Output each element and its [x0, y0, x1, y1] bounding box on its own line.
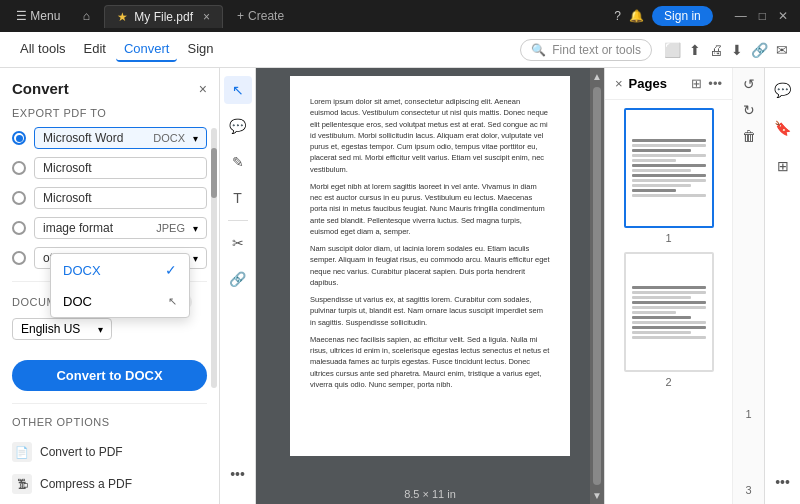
convert-button[interactable]: Convert to DOCX: [12, 360, 207, 391]
line: [632, 336, 706, 339]
page-1-label: 1: [665, 232, 671, 244]
minimize-button[interactable]: —: [735, 9, 747, 23]
radio-word[interactable]: [12, 131, 26, 145]
email-icon[interactable]: ✉: [776, 42, 788, 58]
create-label: Create: [248, 9, 284, 23]
home-icon[interactable]: ⌂: [74, 4, 98, 28]
line: [632, 321, 706, 324]
more-tools[interactable]: •••: [224, 460, 252, 496]
page-thumb-1[interactable]: 1: [613, 108, 724, 244]
vertical-scrollbar[interactable]: ▲ ▼: [590, 68, 604, 504]
line: [632, 189, 676, 192]
export-label: EXPORT PDF TO: [12, 107, 207, 119]
dropdown-doc[interactable]: DOC ↖: [51, 286, 189, 317]
line: [632, 139, 706, 142]
page-thumb-2[interactable]: 2: [613, 252, 724, 388]
select-tool[interactable]: ↖: [224, 76, 252, 104]
pages-sidebar-icons: ↺ ↻ 🗑 1 3: [732, 68, 764, 504]
image-dropdown[interactable]: image format JPEG ▾: [34, 217, 207, 239]
ppt-dropdown[interactable]: Microsoft: [34, 187, 207, 209]
word-label: Microsoft Word: [43, 131, 149, 145]
toolbar: All tools Edit Convert Sign 🔍 Find text …: [0, 32, 800, 68]
rotate-right-icon[interactable]: ↺: [743, 76, 755, 92]
notification-icon[interactable]: 🔔: [629, 9, 644, 23]
comment-tool[interactable]: 💬: [224, 112, 252, 140]
dropdown-docx[interactable]: DOCX ✓: [51, 254, 189, 286]
line: [632, 286, 706, 289]
format-dropdown-popup: DOCX ✓ DOC ↖: [50, 253, 190, 318]
comment-panel-icon[interactable]: 💬: [769, 76, 797, 104]
word-dropdown[interactable]: Microsoft Word DOCX ▾: [34, 127, 207, 149]
image-ext: JPEG: [156, 222, 185, 234]
file-tab[interactable]: ★ My File.pdf ×: [104, 5, 223, 28]
help-icon[interactable]: ?: [614, 9, 621, 23]
menu-convert[interactable]: Convert: [116, 37, 178, 62]
convert-close-button[interactable]: ×: [199, 81, 207, 97]
scan-ocr-option[interactable]: ⬜ Scan & OCR: [12, 500, 207, 504]
pdf-paragraph-2: Morbi eget nibh at lorem sagittis laoree…: [310, 181, 550, 237]
scroll-up-arrow[interactable]: ▲: [592, 68, 602, 85]
format-option-ppt[interactable]: Microsoft: [12, 187, 207, 209]
line: [632, 291, 706, 294]
crop-tool[interactable]: ✂: [224, 229, 252, 257]
pages-list: 1: [605, 100, 732, 504]
excel-dropdown[interactable]: Microsoft: [34, 157, 207, 179]
format-option-word[interactable]: Microsoft Word DOCX ▾: [12, 127, 207, 149]
delete-page-icon[interactable]: 🗑: [742, 128, 756, 144]
page-num-3: 3: [745, 484, 751, 496]
pages-add-icon[interactable]: ⊞: [691, 76, 702, 91]
format-option-image[interactable]: image format JPEG ▾: [12, 217, 207, 239]
radio-ppt[interactable]: [12, 191, 26, 205]
scrollbar-track[interactable]: [211, 128, 217, 388]
print-icon[interactable]: 🖨: [709, 42, 723, 58]
pdf-icon: 📄: [12, 442, 32, 462]
image-chevron-icon: ▾: [193, 223, 198, 234]
ppt-label: Microsoft: [43, 191, 198, 205]
more-tools-icon[interactable]: •••: [224, 460, 252, 488]
pages-more-icon[interactable]: •••: [708, 76, 722, 91]
format-option-excel[interactable]: Microsoft: [12, 157, 207, 179]
pages-panel: × Pages ⊞ •••: [604, 68, 764, 504]
line: [632, 144, 706, 147]
menu-all-tools[interactable]: All tools: [12, 37, 74, 62]
link-tool[interactable]: 🔗: [224, 265, 252, 293]
scroll-thumb[interactable]: [593, 87, 601, 485]
download-icon[interactable]: ⬇: [731, 42, 743, 58]
bookmark-icon[interactable]: 🔖: [769, 114, 797, 142]
compress-pdf-option[interactable]: 🗜 Compress a PDF: [12, 468, 207, 500]
scrollbar-thumb[interactable]: [211, 148, 217, 198]
share-icon[interactable]: ⬜: [664, 42, 681, 58]
search-box[interactable]: 🔍 Find text or tools: [520, 39, 652, 61]
titlebar: ☰ Menu ⌂ ★ My File.pdf × + Create ? 🔔 Si…: [0, 0, 800, 32]
page-numbers-right: 1 3: [745, 408, 751, 496]
language-select[interactable]: English US ▾: [12, 318, 112, 340]
check-icon: ✓: [165, 262, 177, 278]
scroll-down-arrow[interactable]: ▼: [592, 487, 602, 504]
tab-close-icon[interactable]: ×: [203, 10, 210, 24]
convert-to-pdf-option[interactable]: 📄 Convert to PDF: [12, 436, 207, 468]
close-button[interactable]: ✕: [778, 9, 788, 23]
upload-icon[interactable]: ⬆: [689, 42, 701, 58]
pages-close-button[interactable]: ×: [615, 76, 623, 91]
draw-tool[interactable]: ✎: [224, 148, 252, 176]
radio-excel[interactable]: [12, 161, 26, 175]
menu-button[interactable]: ☰ Menu: [8, 5, 68, 27]
pages-icon[interactable]: ⊞: [769, 152, 797, 180]
menu-sign[interactable]: Sign: [179, 37, 221, 62]
sign-in-button[interactable]: Sign in: [652, 6, 713, 26]
more-options-icon[interactable]: •••: [769, 468, 797, 496]
word-ext: DOCX: [153, 132, 185, 144]
rotate-left-icon[interactable]: ↻: [743, 102, 755, 118]
maximize-button[interactable]: □: [759, 9, 766, 23]
radio-other[interactable]: [12, 251, 26, 265]
menu-edit[interactable]: Edit: [76, 37, 114, 62]
pdf-paragraph-5: Maecenas nec facilisis sapien, ac effici…: [310, 334, 550, 390]
new-tab-button[interactable]: + Create: [229, 5, 292, 27]
pdf-paragraph-1: Lorem ipsum dolor sit amet, consectetur …: [310, 96, 550, 175]
tool-separator: [228, 220, 248, 221]
link-icon[interactable]: 🔗: [751, 42, 768, 58]
radio-image[interactable]: [12, 221, 26, 235]
excel-label: Microsoft: [43, 161, 198, 175]
text-tool[interactable]: T: [224, 184, 252, 212]
far-right-panel: 💬 🔖 ⊞ •••: [764, 68, 800, 504]
